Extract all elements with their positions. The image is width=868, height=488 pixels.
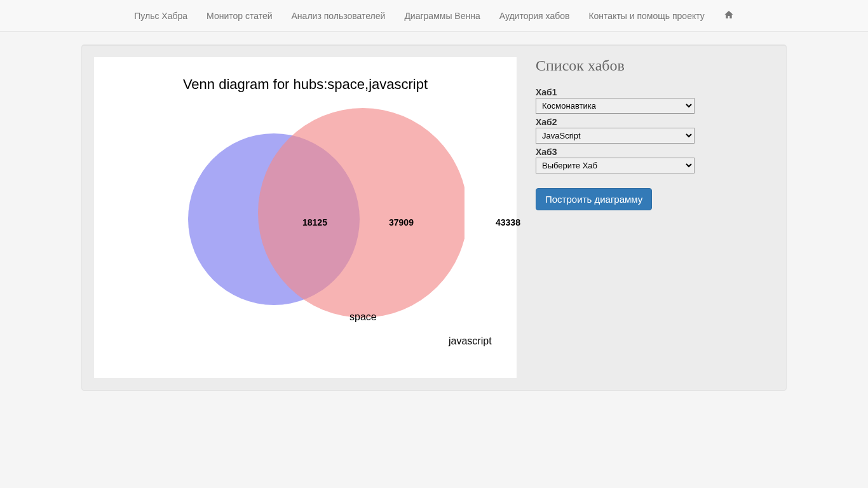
- nav-link[interactable]: Контакты и помощь проекту: [588, 11, 704, 21]
- nav-item-monitor[interactable]: Монитор статей: [197, 1, 281, 30]
- nav-link[interactable]: Монитор статей: [207, 11, 272, 21]
- nav-item-home[interactable]: [714, 0, 743, 31]
- nav-item-users[interactable]: Анализ пользователей: [282, 1, 395, 30]
- top-navbar: Пульс Хабра Монитор статей Анализ пользо…: [0, 0, 868, 32]
- home-icon: [724, 10, 734, 20]
- venn-label-a: space: [349, 311, 377, 323]
- sidebar-title: Список хабов: [536, 57, 774, 74]
- venn-title: Venn diagram for hubs:space,javascript: [94, 76, 517, 93]
- sidebar-column: Список хабов Хаб1 Космонавтика Хаб2 Java…: [536, 57, 774, 378]
- navbar-list: Пульс Хабра Монитор статей Анализ пользо…: [125, 0, 743, 31]
- hub1-select[interactable]: Космонавтика: [536, 98, 695, 114]
- nav-item-audience[interactable]: Аудитория хабов: [490, 1, 580, 30]
- venn-label-b: javascript: [449, 336, 492, 347]
- nav-item-contacts[interactable]: Контакты и помощь проекту: [579, 1, 714, 30]
- hub3-select[interactable]: Выберите Хаб: [536, 158, 695, 173]
- hub2-label: Хаб2: [536, 117, 774, 127]
- nav-link[interactable]: Диаграммы Венна: [404, 11, 480, 21]
- build-diagram-button[interactable]: Построить диаграмму: [536, 188, 652, 210]
- venn-only-a-value: 18125: [302, 217, 327, 227]
- nav-item-venn[interactable]: Диаграммы Венна: [395, 1, 489, 30]
- venn-circle-b: [258, 108, 465, 318]
- content-row: Venn diagram for hubs:space,javascript 1…: [94, 57, 774, 378]
- nav-link[interactable]: Анализ пользователей: [292, 11, 386, 21]
- venn-only-b-value: 43338: [496, 217, 520, 227]
- hub1-label: Хаб1: [536, 87, 774, 97]
- main-container: Venn diagram for hubs:space,javascript 1…: [72, 44, 796, 391]
- nav-link[interactable]: Пульс Хабра: [134, 11, 187, 21]
- home-link[interactable]: [724, 11, 734, 22]
- venn-column: Venn diagram for hubs:space,javascript 1…: [94, 57, 517, 378]
- venn-diagram: Venn diagram for hubs:space,javascript 1…: [94, 57, 517, 378]
- venn-intersection-value: 37909: [389, 217, 414, 227]
- hub3-label: Хаб3: [536, 147, 774, 157]
- nav-link[interactable]: Аудитория хабов: [499, 11, 570, 21]
- hub2-select[interactable]: JavaScript: [536, 128, 695, 144]
- nav-item-pulse[interactable]: Пульс Хабра: [125, 1, 197, 30]
- content-panel: Venn diagram for hubs:space,javascript 1…: [81, 44, 787, 391]
